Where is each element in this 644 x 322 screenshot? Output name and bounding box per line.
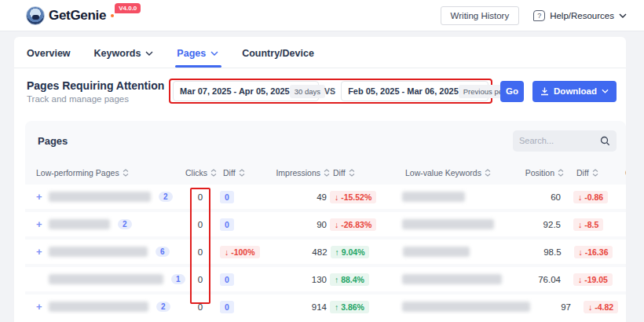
sort-icon[interactable] bbox=[592, 169, 598, 177]
impressions-value: 482 bbox=[260, 247, 327, 257]
sort-icon[interactable] bbox=[349, 169, 355, 177]
redacted-keywords bbox=[402, 219, 494, 229]
sort-icon[interactable] bbox=[324, 169, 330, 177]
primary-date-range-picker[interactable]: Mar 07, 2025 - Apr 05, 2025 30 days bbox=[173, 81, 319, 101]
redacted-keywords bbox=[402, 192, 465, 202]
position-value: 97 bbox=[530, 302, 571, 312]
tab-overview[interactable]: Overview bbox=[27, 37, 71, 68]
impressions-diff-badge: ↑ 9.04% bbox=[331, 246, 370, 258]
compare-date-range-picker[interactable]: Feb 05, 2025 - Mar 06, 2025 Previous per… bbox=[341, 81, 488, 101]
impressions-diff-badge: ↓ -26.83% bbox=[330, 218, 376, 231]
column-header-position-diff[interactable]: Diff bbox=[564, 168, 609, 177]
sort-icon[interactable] bbox=[558, 169, 564, 177]
writing-history-button[interactable]: Writing History bbox=[441, 6, 520, 25]
sort-icon[interactable] bbox=[210, 169, 217, 177]
column-header-impressions-diff[interactable]: Diff bbox=[330, 168, 380, 177]
date-range-annotation-box: Mar 07, 2025 - Apr 05, 2025 30 days VS F… bbox=[169, 79, 492, 104]
page-count-badge: 1 bbox=[171, 274, 185, 284]
position-value: 92.5 bbox=[520, 220, 561, 229]
impressions-value: 49 bbox=[259, 192, 327, 202]
redacted-page-url bbox=[49, 247, 148, 257]
pages-table: Pages Low-performing Pages Clicks Diff bbox=[25, 121, 626, 314]
download-icon bbox=[540, 87, 549, 96]
compare-date-range: Feb 05, 2025 - Mar 06, 2025 bbox=[348, 86, 459, 96]
genie-mascot-icon bbox=[26, 6, 45, 25]
main-card: Overview Keywords Pages Country/Device P… bbox=[14, 37, 626, 322]
search-input[interactable] bbox=[519, 136, 595, 145]
chevron-down-icon bbox=[619, 13, 627, 18]
page-count-badge: 2 bbox=[156, 302, 170, 312]
search-box[interactable] bbox=[513, 130, 617, 152]
column-header-clicks-diff[interactable]: Diff bbox=[218, 168, 262, 177]
redacted-keywords bbox=[403, 247, 470, 257]
page-subtitle: Track and manage pages bbox=[27, 94, 169, 104]
controls-row: Pages Requiring Attention Track and mana… bbox=[14, 68, 626, 104]
impressions-diff-badge: ↓ -15.52% bbox=[330, 191, 376, 203]
tab-pages[interactable]: Pages bbox=[177, 37, 218, 68]
table-row[interactable]: + 6 0 ↓ -100% 482 ↑ 9.04% 98.5 ↓ -16.36 bbox=[25, 240, 626, 264]
impressions-value: 90 bbox=[259, 220, 327, 229]
search-icon[interactable] bbox=[600, 136, 610, 146]
clicks-value: 0 bbox=[185, 192, 215, 202]
download-button[interactable]: Download bbox=[532, 81, 617, 102]
clicks-value: 0 bbox=[185, 220, 215, 229]
clicks-diff-badge: ↓ -100% bbox=[220, 246, 260, 258]
redacted-page-url bbox=[49, 192, 151, 202]
clicks-diff-badge: 0 bbox=[220, 218, 234, 231]
clicks-value: 0 bbox=[185, 302, 215, 312]
page-title: Pages Requiring Attention bbox=[27, 79, 169, 92]
column-header-low-performing-pages[interactable]: Low-performing Pages bbox=[25, 168, 185, 177]
expand-row-icon[interactable]: + bbox=[36, 301, 46, 313]
position-diff-badge: ↓ -4.82 bbox=[584, 301, 618, 313]
vs-label: VS bbox=[324, 86, 335, 96]
clicks-diff-badge: 0 bbox=[220, 273, 234, 286]
expand-row-icon[interactable]: + bbox=[36, 246, 46, 258]
tab-keywords[interactable]: Keywords bbox=[94, 37, 154, 68]
version-badge: V4.0.0 bbox=[115, 3, 141, 13]
tab-country-device[interactable]: Country/Device bbox=[242, 37, 314, 68]
column-header-low-value-keywords[interactable]: Low-value Keywords bbox=[380, 168, 523, 177]
table-title: Pages bbox=[38, 135, 68, 147]
table-row[interactable]: + 2 0 0 914 ↑ 3.86% 97 ↓ -4.82 bbox=[25, 295, 626, 314]
sort-icon[interactable] bbox=[123, 169, 129, 177]
clicks-diff-badge: 0 bbox=[220, 301, 234, 313]
position-diff-badge: ↓ -19.05 bbox=[573, 273, 613, 286]
table-row[interactable]: + 2 0 0 90 ↓ -26.83% 92.5 ↓ -8.5 bbox=[25, 212, 626, 236]
help-resources-label: Help/Resources bbox=[550, 11, 614, 20]
redacted-page-url bbox=[49, 274, 163, 284]
expand-row-icon[interactable]: + bbox=[36, 218, 46, 230]
expand-row-icon[interactable]: + bbox=[36, 191, 46, 203]
impressions-value: 130 bbox=[259, 275, 327, 284]
redacted-keywords bbox=[402, 302, 530, 312]
sort-icon[interactable] bbox=[485, 169, 491, 177]
chevron-down-icon bbox=[145, 51, 153, 56]
go-button[interactable]: Go bbox=[500, 81, 524, 102]
table-row[interactable]: + 2 0 0 49 ↓ -15.52% 60 ↓ -0.86 bbox=[25, 185, 626, 209]
chevron-down-icon bbox=[210, 51, 218, 56]
position-value: 98.5 bbox=[521, 247, 562, 257]
redacted-page-url bbox=[49, 302, 148, 312]
tab-bar: Overview Keywords Pages Country/Device bbox=[14, 37, 626, 68]
column-header-clicks[interactable]: Clicks bbox=[185, 168, 218, 177]
primary-range-badge: 30 days bbox=[290, 85, 325, 98]
primary-date-range: Mar 07, 2025 - Apr 05, 2025 bbox=[180, 86, 290, 96]
getgenie-logo[interactable]: GetGenie V4.0.0 bbox=[26, 6, 144, 25]
clicks-diff-badge: 0 bbox=[220, 191, 234, 203]
table-row[interactable]: 1 0 0 130 ↑ 88.4% 76.04 ↓ -19.05 bbox=[25, 267, 626, 291]
table-header-row: Low-performing Pages Clicks Diff Impress… bbox=[25, 160, 626, 185]
column-header-position[interactable]: Position bbox=[523, 168, 564, 177]
sort-icon[interactable] bbox=[239, 169, 245, 177]
redacted-page-url bbox=[49, 219, 110, 229]
page-count-badge: 2 bbox=[118, 219, 132, 229]
column-header-ctr-cutoff[interactable]: C bbox=[609, 168, 626, 177]
column-header-impressions[interactable]: Impressions bbox=[262, 168, 330, 177]
logo-text: GetGenie bbox=[49, 8, 106, 24]
position-diff-badge: ↓ -8.5 bbox=[573, 218, 603, 231]
chevron-down-icon bbox=[602, 89, 609, 93]
clicks-value: 0 bbox=[185, 247, 215, 257]
logo-orange-dot-icon bbox=[111, 14, 114, 17]
redacted-keywords bbox=[402, 274, 502, 284]
position-diff-badge: ↓ -16.36 bbox=[574, 246, 613, 258]
help-question-icon: ? bbox=[533, 10, 545, 21]
help-resources-menu[interactable]: ? Help/Resources bbox=[533, 10, 627, 21]
